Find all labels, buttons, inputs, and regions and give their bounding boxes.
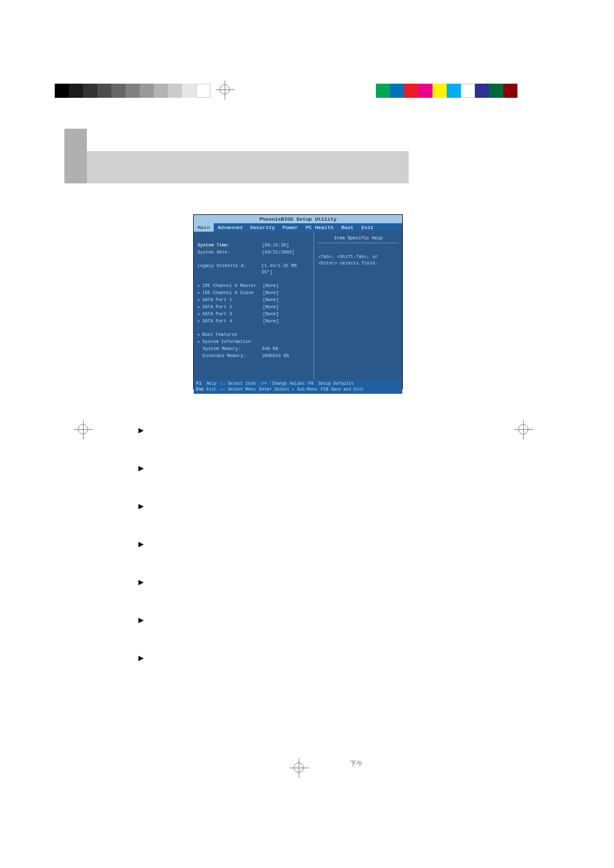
swatch <box>447 84 461 98</box>
sata3-label: SATA Port 3 <box>202 311 263 317</box>
swatch <box>154 84 168 98</box>
header-bar-decoration <box>87 151 409 183</box>
ide-master-row[interactable]: ▸ IDE Channel 0 Master [None] <box>198 282 310 289</box>
key-save-exit: Save and Exit <box>331 387 364 392</box>
legacy-diskette-value[interactable]: [1.44/1.25 MB 3½"] <box>261 263 310 275</box>
legacy-diskette-row[interactable]: Legacy Diskette A: [1.44/1.25 MB 3½"] <box>198 263 310 275</box>
bullet-icon: ▶ <box>138 463 144 474</box>
key-select-item: Select Item <box>228 382 256 386</box>
bios-help-panel: Item Specific Help <Tab>, <Shift-Tab>, o… <box>314 232 402 380</box>
swatch <box>69 84 83 98</box>
swatch <box>83 84 97 98</box>
system-time-row[interactable]: System Time: [09:25:36] <box>198 242 310 248</box>
help-title: Item Specific Help <box>318 235 398 243</box>
key-setup-defaults: Setup Defaults <box>319 382 354 386</box>
sata3-value: [None] <box>263 311 279 317</box>
system-info-label: System Information <box>202 338 266 345</box>
key-esc: Esc <box>196 387 204 392</box>
system-date-value[interactable]: [03/31/2006] <box>262 249 294 255</box>
tab-security[interactable]: Security <box>247 223 279 232</box>
sata4-label: SATA Port 4 <box>202 318 263 324</box>
sata1-row[interactable]: ▸ SATA Port 1 [None] <box>198 297 310 303</box>
page-tab-decoration <box>64 129 87 183</box>
print-marks <box>0 84 614 103</box>
swatch <box>196 84 210 98</box>
boot-features-row[interactable]: ▸ Boot Features <box>198 331 310 338</box>
bullet-icon: ▶ <box>138 425 144 436</box>
legacy-diskette-label: Legacy Diskette A: <box>198 263 261 275</box>
tab-pc-health[interactable]: PC Health <box>302 223 337 232</box>
key-enter: Enter <box>259 387 272 392</box>
document-bullets: ▶ ▶ ▶ ▶ ▶ ▶ ▶ <box>138 425 144 690</box>
key-change-values: Change Values <box>272 382 304 386</box>
sata2-row[interactable]: ▸ SATA Port 2 [None] <box>198 304 310 310</box>
bullet-icon: ▶ <box>138 614 144 625</box>
sata4-value: [None] <box>263 318 279 324</box>
submenu-icon: ▸ <box>198 311 200 317</box>
tab-power[interactable]: Power <box>279 223 302 232</box>
system-info-row[interactable]: ▸ System Information <box>198 338 310 345</box>
submenu-icon: ▸ <box>198 304 200 310</box>
submenu-icon: ▸ <box>198 297 200 303</box>
swatch <box>418 84 433 98</box>
system-memory-label: System Memory: <box>198 346 262 352</box>
registration-mark-icon <box>216 80 235 100</box>
swatch <box>390 84 404 98</box>
key-lr: ←→ <box>220 387 225 392</box>
sata2-value: [None] <box>263 304 279 310</box>
bullet-icon: ▶ <box>138 539 144 549</box>
ide-master-value: [None] <box>263 282 279 289</box>
swatch <box>168 84 182 98</box>
sata1-value: [None] <box>263 297 279 303</box>
system-memory-value: 640 KB <box>262 346 278 352</box>
submenu-icon: ▸ <box>198 290 200 296</box>
ide-slave-row[interactable]: ▸ IDE Channel 0 Slave [None] <box>198 290 310 296</box>
submenu-icon: ▸ <box>198 282 200 289</box>
system-date-label: System Date: <box>198 249 262 255</box>
extended-memory-label: Extended Memory: <box>198 353 262 359</box>
extended-memory-value: 2095616 KB <box>262 353 289 359</box>
ide-slave-label: IDE Channel 0 Slave <box>202 290 263 296</box>
tab-exit[interactable]: Exit <box>357 223 377 232</box>
swatch <box>461 84 475 98</box>
grayscale-bar <box>55 84 210 98</box>
swatch <box>433 84 447 98</box>
cmyk-bar <box>376 84 517 98</box>
swatch <box>475 84 489 98</box>
tab-main[interactable]: Main <box>194 223 214 232</box>
system-time-value[interactable]: [09:25:36] <box>262 242 289 248</box>
extended-memory-row: Extended Memory: 2095616 KB <box>198 353 310 359</box>
sata4-row[interactable]: ▸ SATA Port 4 [None] <box>198 318 310 324</box>
key-select-submenu: Select ▸ Sub-Menu <box>274 387 317 392</box>
bullet-icon: ▶ <box>138 577 144 587</box>
key-help-desc: Help <box>207 382 217 386</box>
sata1-label: SATA Port 1 <box>202 297 263 303</box>
swatch <box>111 84 126 98</box>
boot-features-label: Boot Features <box>202 331 266 338</box>
submenu-icon: ▸ <box>198 338 200 345</box>
key-select-menu: Select Menu <box>228 387 256 392</box>
system-memory-row: System Memory: 640 KB <box>198 346 310 352</box>
system-date-row[interactable]: System Date: [03/31/2006] <box>198 249 310 255</box>
tab-boot[interactable]: Boot <box>337 223 357 232</box>
sata2-label: SATA Port 2 <box>202 304 263 310</box>
swatch <box>404 84 418 98</box>
registration-mark-icon <box>74 420 93 439</box>
swatch <box>97 84 111 98</box>
swatch <box>489 84 503 98</box>
swatch <box>376 84 390 98</box>
sata3-row[interactable]: ▸ SATA Port 3 [None] <box>198 311 310 317</box>
bullet-icon: ▶ <box>138 501 144 512</box>
submenu-icon: ▸ <box>198 318 200 324</box>
swatch <box>55 84 69 98</box>
bios-footer: F1 Help ↑↓ Select Item -/+ Change Values… <box>194 380 402 394</box>
bios-menu-bar[interactable]: Main Advanced Security Power PC Health B… <box>194 223 402 232</box>
key-exit: Exit <box>207 387 217 392</box>
bios-title: PhoenixBIOS Setup Utility <box>194 215 402 223</box>
key-f9: F9 <box>308 382 313 386</box>
system-time-label: System Time: <box>198 242 262 248</box>
ide-slave-value: [None] <box>263 290 279 296</box>
page-timestamp: 下午 <box>350 759 363 768</box>
registration-mark-icon <box>514 420 534 439</box>
tab-advanced[interactable]: Advanced <box>214 223 246 232</box>
